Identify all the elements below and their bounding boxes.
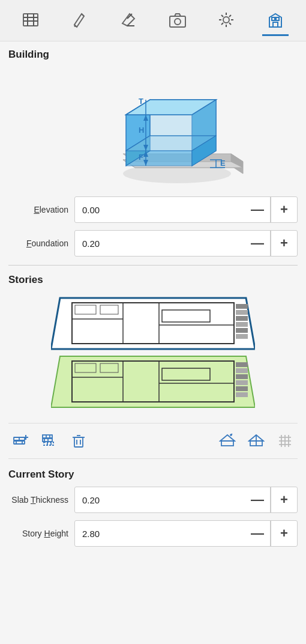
- svg-rect-90: [43, 435, 52, 438]
- duplicate-story-btn[interactable]: [37, 430, 62, 452]
- svg-rect-0: [23, 14, 38, 26]
- slab-label: Slab Thickness: [8, 495, 68, 505]
- svg-line-14: [221, 15, 223, 17]
- height-plus-btn[interactable]: +: [271, 520, 297, 547]
- svg-rect-80: [236, 392, 248, 397]
- elevation-minus-btn[interactable]: —: [244, 196, 271, 223]
- main-toolbar: [0, 0, 306, 41]
- svg-rect-63: [236, 322, 248, 327]
- stories-section-title: Stories: [8, 274, 298, 286]
- roof-type1-btn[interactable]: [215, 430, 240, 452]
- svg-text:F: F: [139, 153, 143, 162]
- svg-text:E: E: [220, 159, 226, 168]
- svg-rect-79: [236, 386, 248, 391]
- stories-diagram-container: [8, 292, 298, 413]
- building-section-title: Building: [8, 49, 298, 61]
- main-content: Building: [0, 41, 306, 561]
- building-diagram: T H F E: [8, 67, 298, 187]
- elevation-plus-btn[interactable]: +: [271, 196, 297, 223]
- foundation-plus-btn[interactable]: +: [271, 230, 297, 257]
- slab-thickness-row: Slab Thickness 0.20 — +: [8, 487, 298, 513]
- svg-rect-60: [236, 304, 248, 309]
- elevation-value: 0.00: [75, 205, 244, 215]
- divider-1: [8, 265, 298, 266]
- svg-rect-64: [236, 328, 248, 333]
- camera-tool-btn[interactable]: [164, 5, 191, 36]
- foundation-minus-btn[interactable]: —: [244, 230, 271, 257]
- svg-rect-75: [236, 362, 248, 367]
- grid-tool-btn[interactable]: [17, 5, 44, 36]
- svg-marker-51: [51, 298, 255, 349]
- brush-tool-btn[interactable]: [66, 5, 92, 36]
- foundation-value: 0.20: [75, 238, 244, 249]
- story-plan-lower[interactable]: [8, 350, 298, 413]
- slab-value: 0.20: [75, 495, 244, 505]
- roof-type2-btn[interactable]: [244, 430, 269, 452]
- elevation-row: Elevation 0.00 — +: [8, 196, 298, 223]
- current-story-section-title: Current Story: [8, 469, 298, 481]
- slab-control: 0.20 — +: [74, 487, 298, 513]
- svg-rect-77: [236, 374, 248, 379]
- stories-action-toolbar: [8, 423, 298, 459]
- story-plan-upper[interactable]: [8, 292, 298, 355]
- svg-line-17: [221, 23, 223, 25]
- building-tool-btn[interactable]: [262, 5, 289, 36]
- lower-story-svg: [51, 350, 255, 413]
- svg-marker-104: [220, 435, 235, 441]
- upper-story-svg: [51, 292, 255, 355]
- svg-rect-96: [44, 442, 53, 445]
- svg-rect-78: [236, 380, 248, 385]
- foundation-control: 0.20 — +: [74, 230, 298, 257]
- story-height-row: Story Height 2.80 — +: [8, 520, 298, 547]
- slab-minus-btn[interactable]: —: [244, 487, 271, 513]
- svg-rect-76: [236, 368, 248, 373]
- svg-line-15: [229, 23, 231, 25]
- svg-text:H: H: [139, 126, 144, 135]
- svg-rect-19: [272, 17, 275, 20]
- building-3d-diagram: T H F E: [57, 67, 249, 187]
- elevation-control: 0.00 — +: [74, 196, 298, 223]
- height-label: Story Height: [8, 529, 68, 538]
- svg-text:T: T: [139, 97, 143, 106]
- height-minus-btn[interactable]: —: [244, 520, 271, 547]
- eraser-tool-btn[interactable]: [115, 5, 142, 36]
- foundation-label: Foundation: [8, 238, 68, 248]
- svg-rect-99: [74, 437, 83, 447]
- foundation-row: Foundation 0.20 — +: [8, 230, 298, 257]
- svg-rect-20: [276, 17, 279, 20]
- floor-lines-btn[interactable]: [272, 430, 298, 452]
- delete-story-btn[interactable]: [66, 430, 91, 452]
- elevation-label: Elevation: [8, 205, 68, 214]
- svg-rect-105: [221, 441, 233, 446]
- svg-marker-66: [51, 356, 255, 407]
- height-control: 2.80 — +: [74, 520, 298, 547]
- svg-rect-62: [236, 316, 248, 321]
- height-value: 2.80: [75, 529, 244, 539]
- svg-rect-61: [236, 310, 248, 315]
- sun-tool-btn[interactable]: [213, 5, 239, 36]
- svg-line-16: [229, 15, 231, 17]
- add-story-btn[interactable]: [8, 430, 34, 452]
- svg-point-8: [175, 19, 181, 25]
- svg-rect-85: [14, 441, 25, 444]
- svg-rect-65: [236, 334, 248, 339]
- svg-rect-7: [170, 16, 185, 27]
- slab-plus-btn[interactable]: +: [271, 487, 297, 513]
- svg-point-9: [223, 17, 229, 23]
